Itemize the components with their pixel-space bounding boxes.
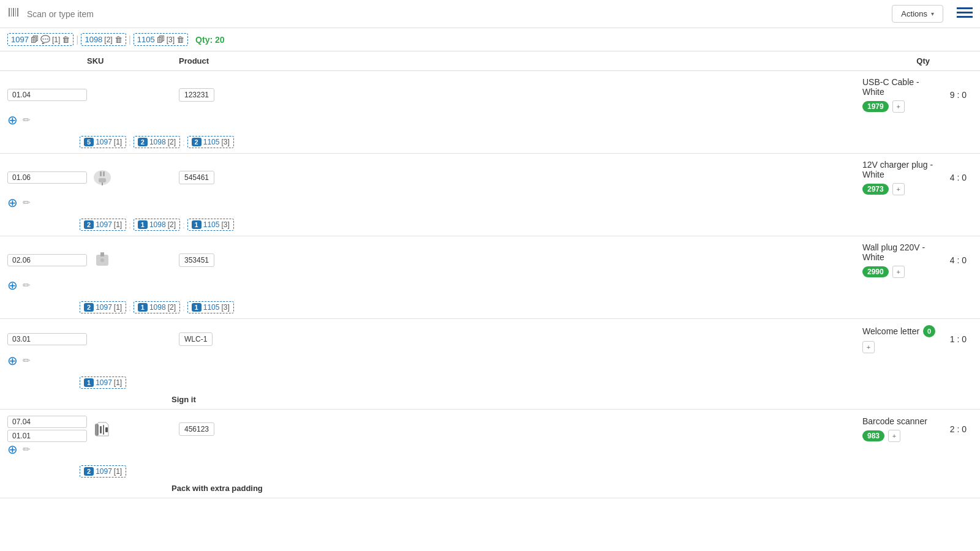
expand-icon-welcome-letter[interactable]: + <box>862 341 875 353</box>
add-button-welcome-letter[interactable]: ⊕ <box>7 353 18 368</box>
svg-rect-20 <box>105 427 108 432</box>
add-button-charger-plug[interactable]: ⊕ <box>7 195 18 210</box>
order-count-charger-plug-1105: 1 <box>192 220 202 229</box>
actions-cell-charger-plug: ⊕ ✏ <box>7 195 87 210</box>
product-name-cell-wall-plug: Wall plug 220V - White 2990 + <box>862 242 936 278</box>
actions-cell-barcode-scanner: ⊕ ✏ <box>7 442 87 457</box>
product-row-main-barcode-scanner: 07.04 01.01 456123 Barcode scanner 983 +… <box>0 410 980 463</box>
copy-icon-1105[interactable]: 🗐 <box>157 35 165 44</box>
comment-icon-1097[interactable]: 💬 <box>40 35 50 44</box>
qty-cell-wall-plug: 4 : 0 <box>936 255 973 265</box>
product-row-wall-plug: 02.06 353451 Wall plug 220V - White 2990… <box>0 236 980 319</box>
copy-icon-1097[interactable]: 🗐 <box>31 35 39 44</box>
edit-button-usb-cable[interactable]: ✏ <box>23 114 31 126</box>
actions-button[interactable]: Actions ▾ <box>892 5 943 23</box>
expand-icon-usb-cable[interactable]: + <box>892 100 905 113</box>
location-cell-wall-plug: 02.06 <box>7 254 87 266</box>
location-cell-usb-cable: 01.04 <box>7 89 87 101</box>
order-tag-wall-plug-1098[interactable]: 1 1098 [2] <box>134 301 180 313</box>
trash-icon-1098[interactable]: 🗑 <box>115 35 123 44</box>
top-bar: Actions ▾ <box>0 0 980 28</box>
filter-tag-1098[interactable]: 1098 [2] 🗑 <box>81 33 126 46</box>
order-tags-usb-cable: 5 1097 [1] ; 2 1098 [2] ; 2 1105 [3] <box>0 133 980 153</box>
trash-icon-1097[interactable]: 🗑 <box>62 35 70 44</box>
table-header: SKU Product Qty <box>0 51 980 71</box>
location-box-wall-plug: 02.06 <box>7 254 87 266</box>
img-cell-wall-plug <box>87 248 118 272</box>
edit-button-wall-plug[interactable]: ✏ <box>23 280 31 291</box>
sku-cell-charger-plug: 545461 <box>179 171 862 184</box>
order-tag-charger-plug-1097[interactable]: 2 1097 [1] <box>80 219 126 231</box>
header-qty: Qty <box>862 56 936 66</box>
order-tags-charger-plug: 2 1097 [1] ; 1 1098 [2] ; 1 1105 [3] <box>0 216 980 236</box>
order-tag-barcode-scanner-1097[interactable]: 2 1097 [1] <box>80 465 126 478</box>
order-tag-wall-plug-1097[interactable]: 2 1097 [1] <box>80 301 126 313</box>
product-row-main-welcome-letter: 03.01 WLC-1 Welcome letter 0 + 1 : 0 ⊕ ✏ <box>0 319 980 374</box>
trash-icon-1105[interactable]: 🗑 <box>176 35 184 44</box>
filter-tag-1097[interactable]: 1097 🗐 💬 [1] 🗑 <box>7 33 74 46</box>
svg-rect-18 <box>100 426 102 433</box>
order-qty-barcode-scanner-1097: [1] <box>114 467 122 476</box>
filter-tag-1105[interactable]: 1105 🗐 [3] 🗑 <box>134 33 188 46</box>
edit-button-welcome-letter[interactable]: ✏ <box>23 355 31 366</box>
order-tag-wall-plug-1105[interactable]: 1 1105 [3] <box>187 301 234 313</box>
svg-rect-12 <box>102 182 103 186</box>
filter-tag-1098-link[interactable]: 1098 <box>85 35 102 44</box>
order-id-charger-plug-1105: 1105 <box>203 220 220 229</box>
order-tags-barcode-scanner: 2 1097 [1] <box>0 463 980 482</box>
sku-box-usb-cable: 123231 <box>179 88 214 102</box>
add-button-usb-cable[interactable]: ⊕ <box>7 113 18 127</box>
add-button-barcode-scanner[interactable]: ⊕ <box>7 442 18 457</box>
product-name-cell-welcome-letter: Welcome letter 0 + <box>862 325 936 353</box>
product-row-main-wall-plug: 02.06 353451 Wall plug 220V - White 2990… <box>0 236 980 299</box>
order-id-wall-plug-1098: 1098 <box>149 303 166 312</box>
img-cell-charger-plug <box>87 165 118 190</box>
stock-badge-wall-plug: 2990 <box>862 266 889 277</box>
order-qty-usb-cable-1097: [1] <box>114 138 122 146</box>
sku-box-wall-plug: 353451 <box>179 253 214 267</box>
order-count-usb-cable-1097: 5 <box>84 138 94 146</box>
order-qty-usb-cable-1098: [2] <box>168 138 176 146</box>
expand-icon-wall-plug[interactable]: + <box>892 266 905 278</box>
order-tag-usb-cable-1098[interactable]: 2 1098 [2] <box>134 136 180 148</box>
order-count-usb-cable-1098: 2 <box>138 138 148 146</box>
scan-input[interactable] <box>27 9 886 19</box>
order-count-wall-plug-1098: 1 <box>138 303 148 312</box>
product-name-cell-charger-plug: 12V charger plug - White 2973 + <box>862 160 936 195</box>
location-cell-welcome-letter: 03.01 <box>7 333 87 345</box>
hamburger-icon[interactable] <box>957 6 973 23</box>
svg-rect-10 <box>103 171 105 176</box>
expand-icon-charger-plug[interactable]: + <box>892 183 905 195</box>
order-tag-usb-cable-1097[interactable]: 5 1097 [1] <box>80 136 126 148</box>
svg-point-16 <box>100 258 104 262</box>
order-count-charger-plug-1098: 1 <box>138 220 148 229</box>
product-name-wall-plug: Wall plug 220V - White <box>862 242 936 262</box>
edit-button-barcode-scanner[interactable]: ✏ <box>23 444 31 455</box>
expand-icon-barcode-scanner[interactable]: + <box>888 430 900 442</box>
order-count-usb-cable-1105: 2 <box>192 138 202 146</box>
sku-cell-usb-cable: 123231 <box>179 88 862 102</box>
order-id-usb-cable-1098: 1098 <box>149 138 166 146</box>
svg-rect-5 <box>957 7 973 9</box>
product-name-usb-cable: USB-C Cable - White <box>862 77 936 97</box>
edit-button-charger-plug[interactable]: ✏ <box>23 197 31 208</box>
svg-rect-3 <box>15 8 16 17</box>
add-button-wall-plug[interactable]: ⊕ <box>7 278 18 293</box>
order-id-usb-cable-1097: 1097 <box>96 138 112 146</box>
order-tag-charger-plug-1105[interactable]: 1 1105 [3] <box>187 219 234 231</box>
order-tag-usb-cable-1105[interactable]: 2 1105 [3] <box>187 136 234 148</box>
svg-rect-4 <box>17 8 18 17</box>
order-count-wall-plug-1105: 1 <box>192 303 202 312</box>
order-tag-charger-plug-1098[interactable]: 1 1098 [2] <box>134 219 180 231</box>
qty-cell-usb-cable: 9 : 0 <box>936 90 973 100</box>
sku-cell-welcome-letter: WLC-1 <box>179 332 862 346</box>
location-box-barcode-scanner-1: 07.04 <box>7 416 87 428</box>
location-cell-charger-plug: 01.06 <box>7 171 87 184</box>
qty-total: Qty: 20 <box>195 35 224 45</box>
filter-tag-1097-link[interactable]: 1097 <box>11 35 29 44</box>
location-cell-barcode-scanner: 07.04 01.01 <box>7 416 87 442</box>
filter-tag-1105-link[interactable]: 1105 <box>137 35 155 44</box>
qty-cell-welcome-letter: 1 : 0 <box>936 334 973 344</box>
order-tag-welcome-letter-1097[interactable]: 1 1097 [1] <box>80 377 126 389</box>
svg-rect-2 <box>13 8 14 17</box>
